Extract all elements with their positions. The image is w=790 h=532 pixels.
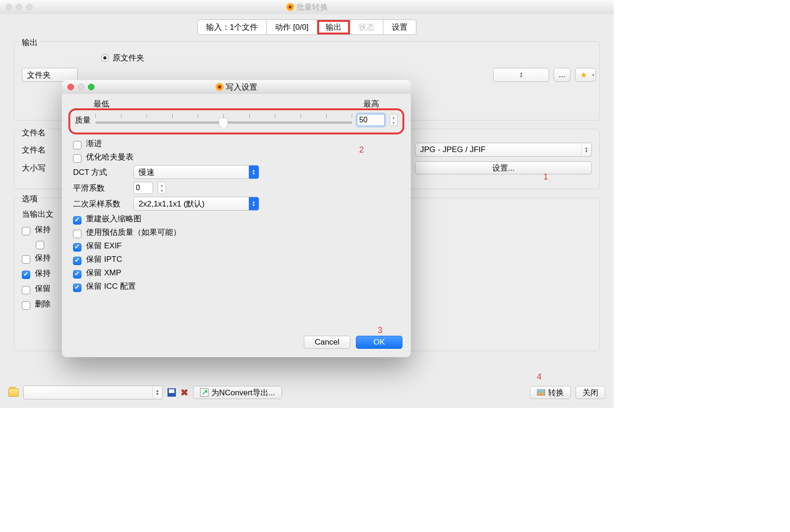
zoom-icon[interactable] <box>26 4 33 10</box>
smoothing-input[interactable] <box>134 182 153 194</box>
bottom-bar: ▴▾ ✖ 为NConvert导出... 转换 关闭 <box>8 386 605 399</box>
app-icon <box>215 83 224 91</box>
keep-iptc-checkbox[interactable] <box>73 257 81 265</box>
minimize-icon[interactable] <box>16 4 22 10</box>
dct-label: DCT 方式 <box>73 167 129 178</box>
preset-select[interactable]: ▴▾ <box>23 386 163 399</box>
radio-icon <box>101 54 109 62</box>
tabs-row: 输入：1个文件 动作 [0/0] 输出 状态 设置 <box>0 20 614 35</box>
tab-output[interactable]: 输出 <box>317 20 350 34</box>
tab-status[interactable]: 状态 <box>350 20 383 34</box>
keep-xmp-label: 保留 XMP <box>86 267 121 278</box>
modal-footer: Cancel OK <box>304 336 402 349</box>
rebuild-thumb-checkbox[interactable] <box>73 216 81 225</box>
slider-thumb[interactable] <box>219 118 228 127</box>
close-icon[interactable] <box>67 84 74 90</box>
huffman-label: 优化哈夫曼表 <box>86 152 134 162</box>
export-icon <box>200 388 208 397</box>
zoom-icon[interactable] <box>88 84 94 90</box>
dct-select[interactable]: 慢速 ▴▾ <box>134 165 259 179</box>
format-select-label: JPG - JPEG / JFIF <box>415 145 581 154</box>
radio-original-label: 原文件夹 <box>113 53 144 63</box>
keep-iptc-label: 保留 IPTC <box>86 254 122 265</box>
huffman-checkbox[interactable] <box>73 154 81 163</box>
modal-body: 最低 最高 质量 ▴▾ 渐进 优化哈夫曼表 DCT 方式 慢速 ▴▾ <box>62 94 411 301</box>
minimize-icon[interactable] <box>78 84 84 90</box>
keep-icc-checkbox[interactable] <box>73 284 81 292</box>
sub-checkbox[interactable] <box>36 241 44 249</box>
keep-xmp-checkbox[interactable] <box>73 270 81 279</box>
keep-exif-label: 保留 EXIF <box>86 240 122 251</box>
keep-exif-checkbox[interactable] <box>73 243 81 252</box>
export-button[interactable]: 为NConvert导出... <box>193 386 282 399</box>
updown-icon: ▴▾ <box>248 166 259 179</box>
folder-dropdown-label: 文件夹 <box>22 70 77 80</box>
modal-title: 写入设置 <box>215 82 257 93</box>
tab-actions[interactable]: 动作 [0/0] <box>267 20 317 34</box>
folder-icon[interactable] <box>8 388 19 397</box>
traffic-lights <box>6 4 33 10</box>
window-title-text: 批量转换 <box>296 2 328 13</box>
progressive-checkbox[interactable] <box>73 141 81 149</box>
star-icon: ★ <box>580 70 587 80</box>
quality-stepper[interactable]: ▴▾ <box>389 114 398 126</box>
close-button[interactable]: 关闭 <box>576 386 605 399</box>
tab-input[interactable]: 输入：1个文件 <box>198 20 267 34</box>
main-titlebar: 批量转换 <box>0 0 614 14</box>
chevron-down-icon[interactable]: ▾ <box>590 68 596 81</box>
tab-settings[interactable]: 设置 <box>383 20 416 34</box>
rebuild-thumb-label: 重建嵌入缩略图 <box>86 213 141 224</box>
delete-checkbox[interactable] <box>22 301 30 310</box>
filename-label: 文件名 <box>22 145 59 155</box>
radio-original-folder[interactable]: 原文件夹 <box>101 53 592 63</box>
keep3-checkbox[interactable] <box>22 271 30 279</box>
save-icon[interactable] <box>167 388 176 397</box>
keep2-label: 保持 <box>35 253 51 263</box>
quality-slider[interactable] <box>95 114 352 126</box>
progressive-label: 渐进 <box>86 138 102 149</box>
format-select[interactable]: JPG - JPEG / JFIF ▴▾ <box>415 143 592 157</box>
keep4-label: 保留 <box>35 283 51 294</box>
keep1-label: 保持 <box>35 224 51 235</box>
subsampling-select[interactable]: 2x2,1x1,1x1 (默认) ▴▾ <box>134 197 259 211</box>
smoothing-stepper[interactable]: ▴▾ <box>158 182 166 194</box>
subsampling-label: 二次采样系数 <box>73 199 129 209</box>
favorite-button[interactable]: ★ ▾ <box>575 68 592 82</box>
quality-label: 质量 <box>75 115 91 126</box>
modal-titlebar: 写入设置 <box>62 80 411 94</box>
close-icon[interactable] <box>6 4 12 10</box>
convert-icon <box>537 389 545 396</box>
delete-label: 删除 <box>35 299 51 309</box>
path-dropdown[interactable]: ▴▾ <box>493 68 549 82</box>
est-quality-checkbox[interactable] <box>73 230 81 238</box>
cancel-button[interactable]: Cancel <box>304 336 350 349</box>
browse-button[interactable]: ... <box>554 68 570 82</box>
case-label: 大小写 <box>22 163 59 173</box>
quality-input[interactable] <box>357 114 385 126</box>
lowest-label: 最低 <box>94 99 109 109</box>
highest-label: 最高 <box>363 99 379 109</box>
options-group-label: 选项 <box>19 194 40 203</box>
updown-icon: ▴▾ <box>581 143 591 156</box>
convert-button[interactable]: 转换 <box>530 386 571 399</box>
delete-icon[interactable]: ✖ <box>181 387 188 398</box>
quality-row: 质量 ▴▾ <box>68 108 404 134</box>
keep1-checkbox[interactable] <box>22 227 30 235</box>
format-settings-button[interactable]: 设置... <box>415 161 592 174</box>
keep4-checkbox[interactable] <box>22 286 30 294</box>
modal-traffic-lights <box>67 84 94 90</box>
keep-icc-label: 保留 ICC 配置 <box>86 281 136 292</box>
updown-icon: ▴▾ <box>248 197 259 210</box>
app-icon <box>286 3 295 11</box>
scale-labels: 最低 最高 <box>68 99 404 109</box>
smoothing-label: 平滑系数 <box>73 183 129 193</box>
keep2-checkbox[interactable] <box>22 255 30 264</box>
output-group-label: 输出 <box>19 38 40 47</box>
ok-button[interactable]: OK <box>356 336 402 349</box>
tabs: 输入：1个文件 动作 [0/0] 输出 状态 设置 <box>197 20 416 35</box>
updown-icon: ▴▾ <box>152 386 162 399</box>
write-settings-dialog: 写入设置 最低 最高 质量 ▴▾ 渐进 优化哈夫曼表 DCT 方式 <box>62 80 411 357</box>
keep3-label: 保持 <box>35 268 51 279</box>
est-quality-label: 使用预估质量（如果可能） <box>86 227 181 238</box>
when-output-label: 当输出文 <box>22 209 54 219</box>
